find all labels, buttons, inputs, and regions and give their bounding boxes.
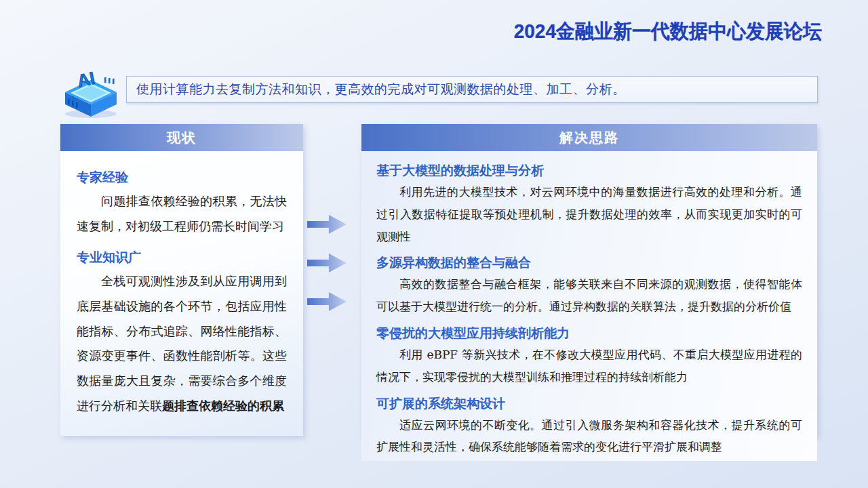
solution-panel-body: 基于大模型的数据处理与分析 利用先进的大模型技术，对云网环境中的海量数据进行高效… xyxy=(361,151,817,461)
svg-text:AI: AI xyxy=(75,68,97,92)
right-arrow-icon xyxy=(307,292,347,311)
status-section-heading: 专业知识广 xyxy=(77,249,287,266)
forum-logo-text: 2024金融业新一代数据中心发展论坛 xyxy=(514,18,822,45)
solution-section-paragraph: 高效的数据整合与融合框架，能够关联来自不同来源的观测数据，使得智能体可以基于大模… xyxy=(376,273,802,318)
intro-statement-box: 使用计算能力去复制方法和知识，更高效的完成对可观测数据的处理、加工、分析。 xyxy=(126,76,818,103)
intro-statement-text: 使用计算能力去复制方法和知识，更高效的完成对可观测数据的处理、加工、分析。 xyxy=(127,81,626,98)
solution-section-paragraph: 利用先进的大模型技术，对云网环境中的海量数据进行高效的处理和分析。通过引入数据特… xyxy=(376,181,802,247)
solution-section-heading: 零侵扰的大模型应用持续剖析能力 xyxy=(376,325,802,342)
status-paragraph-main: 全栈可观测性涉及到从应用调用到底层基础设施的各个环节，包括应用性能指标、分布式追… xyxy=(77,274,287,413)
status-panel: 现状 专家经验 问题排查依赖经验的积累，无法快速复制，对初级工程师仍需长时间学习… xyxy=(60,124,303,436)
status-panel-body: 专家经验 问题排查依赖经验的积累，无法快速复制，对初级工程师仍需长时间学习 专业… xyxy=(60,151,303,436)
solution-section-heading: 可扩展的系统架构设计 xyxy=(376,395,802,413)
ai-chip-icon: AI xyxy=(60,65,122,119)
solution-panel-title: 解决思路 xyxy=(361,124,817,151)
slide: { "logo": { "text": "2024金融业新一代数据中心发展论坛"… xyxy=(0,0,868,488)
status-section-paragraph: 全栈可观测性涉及到从应用调用到底层基础设施的各个环节，包括应用性能指标、分布式追… xyxy=(77,269,287,419)
solution-section-heading: 基于大模型的数据处理与分析 xyxy=(376,162,802,180)
right-arrow-icon xyxy=(307,253,347,272)
status-section-paragraph: 问题排查依赖经验的积累，无法快速复制，对初级工程师仍需长时间学习 xyxy=(77,189,287,239)
solution-section-heading: 多源异构数据的整合与融合 xyxy=(376,254,802,272)
right-arrow-icon xyxy=(307,215,347,234)
status-paragraph-tail: 题排查依赖经验的积累 xyxy=(162,399,284,413)
solution-section-paragraph: 利用 eBPF 等新兴技术，在不修改大模型应用代码、不重启大模型应用进程的情况下… xyxy=(376,344,802,388)
status-section-heading: 专家经验 xyxy=(77,169,287,186)
solution-section-paragraph: 适应云网环境的不断变化。通过引入微服务架构和容器化技术，提升系统的可扩展性和灵活… xyxy=(376,414,802,459)
solution-panel: 解决思路 基于大模型的数据处理与分析 利用先进的大模型技术，对云网环境中的海量数… xyxy=(361,124,817,436)
status-panel-title: 现状 xyxy=(60,124,303,151)
